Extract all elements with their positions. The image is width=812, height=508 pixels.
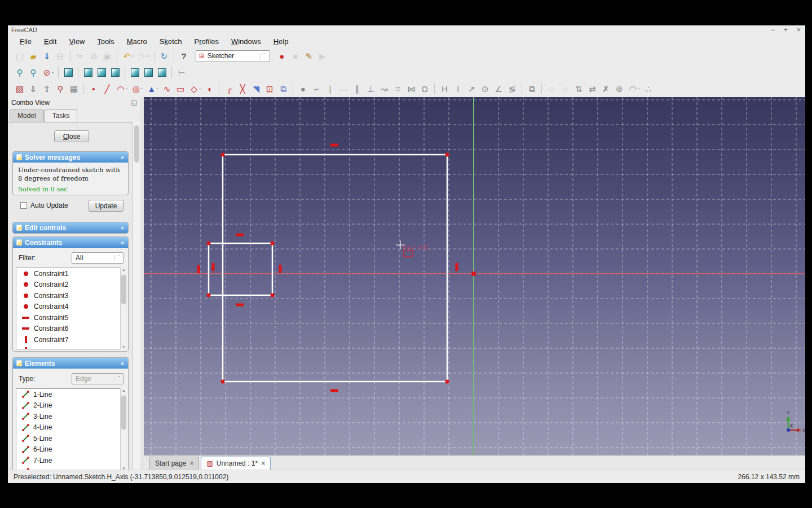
trim-edge-button[interactable]: ╳	[236, 82, 249, 96]
update-button[interactable]: Update	[89, 200, 123, 212]
cut-button[interactable]: ✂	[73, 49, 87, 63]
menu-help[interactable]: Help	[267, 36, 295, 47]
draw-style-dropdown-arrow[interactable]: ˇ	[52, 72, 54, 78]
constrain-perpendicular-button[interactable]: ⊥	[364, 82, 377, 96]
constrain-symmetric-button[interactable]: ⋈	[404, 82, 418, 96]
constrain-parallel-button[interactable]: ∥	[350, 82, 364, 96]
select-associated-constraints-button[interactable]: ⇄	[585, 82, 599, 96]
create-slot-button[interactable]: ◖	[202, 82, 216, 96]
element-type-select[interactable]: Edge ˇ	[72, 373, 123, 384]
origin-point[interactable]	[471, 271, 476, 276]
rendering-order-button[interactable]: ∴	[642, 82, 655, 96]
select-redundant-constraints-button[interactable]: ⇅	[572, 82, 585, 96]
create-conic-dropdown-arrow[interactable]: ˇ	[157, 88, 158, 94]
sketch-canvas[interactable]: (-31.7, 9.0)YXZ	[144, 97, 805, 455]
view-bottom-button[interactable]	[142, 65, 155, 79]
close-tab-icon[interactable]: ×	[261, 459, 265, 467]
element-list-item[interactable]: 2-Line	[16, 400, 126, 411]
external-geometry-button[interactable]: ⊡	[263, 82, 276, 96]
3d-viewport[interactable]: (-31.7, 9.0)YXZ	[144, 97, 805, 455]
connect-edges-dropdown-arrow[interactable]: ˇ	[638, 88, 639, 94]
view-section-button[interactable]: ⚲	[54, 82, 67, 96]
extend-edge-button[interactable]: ◥	[249, 82, 263, 96]
edit-controls-header[interactable]: Edit controls «	[13, 222, 128, 233]
constrain-block-button[interactable]: Ω	[418, 82, 431, 96]
constraint-list-item[interactable]: Constraint7	[16, 334, 126, 345]
collapse-icon[interactable]: «	[120, 226, 126, 229]
minimize-button[interactable]: −	[771, 26, 775, 34]
select-origin-button[interactable]: ⊚	[612, 82, 626, 96]
constrain-distance-button[interactable]: ↗	[465, 82, 478, 96]
macro-record-button[interactable]: ●	[275, 49, 289, 63]
carbon-copy-button[interactable]: ⧉	[276, 82, 290, 96]
constraint-list-item[interactable]	[16, 345, 126, 350]
zoom-box-button[interactable]: ⚲	[27, 65, 40, 79]
constrain-point-on-object-button[interactable]: ⌐	[310, 82, 323, 96]
constrain-snell-button[interactable]: ≶	[505, 82, 519, 96]
element-list-item[interactable]: 1-Line	[16, 389, 126, 400]
constraint-list-item[interactable]: Constraint4	[16, 301, 126, 313]
macro-play-button[interactable]: ▶	[316, 49, 329, 63]
create-sketch-button[interactable]: ▧	[13, 82, 27, 96]
constraint-list-scrollbar[interactable]: ▲ ▼	[120, 268, 127, 349]
constrain-distance-y-button[interactable]: I	[451, 82, 465, 96]
view-top-button[interactable]	[95, 65, 108, 79]
constraint-list-item[interactable]: Constraint3	[16, 290, 126, 301]
select-dof-button[interactable]: ◌	[545, 82, 558, 96]
close-tab-icon[interactable]: ×	[189, 459, 193, 467]
scrollbar-thumb[interactable]	[134, 125, 139, 163]
scrollbar-thumb[interactable]	[121, 275, 126, 304]
outer-rectangle-edges[interactable]	[223, 155, 447, 382]
menu-view[interactable]: View	[63, 36, 91, 47]
close-window-button[interactable]: ×	[797, 26, 801, 34]
view-axonometric-button[interactable]	[61, 65, 75, 79]
macro-edit-button[interactable]: ✎	[302, 49, 316, 63]
element-list-item[interactable]: 4-Line	[16, 422, 126, 433]
open-file-button[interactable]: ▰	[27, 49, 40, 63]
undo-dropdown-arrow[interactable]: ˇ	[132, 55, 134, 62]
menu-sketch[interactable]: Sketch	[153, 36, 188, 47]
collapse-icon[interactable]: «	[120, 361, 126, 365]
element-list-item[interactable]: 3-Line	[16, 411, 126, 422]
element-list-scrollbar[interactable]: ▲ ▼	[120, 388, 127, 470]
constrain-vertical-button[interactable]: |	[323, 82, 337, 96]
constrain-tangent-button[interactable]: ↝	[377, 82, 391, 96]
tab-model[interactable]: Model	[10, 110, 44, 122]
new-file-button[interactable]: ▢	[13, 49, 27, 63]
float-panel-icon[interactable]: ◱	[131, 99, 137, 106]
view-front-button[interactable]	[81, 65, 95, 79]
element-list-item[interactable]: 7-Line	[16, 455, 126, 466]
constraint-list-item[interactable]: Constraint5	[16, 312, 126, 323]
copy-button[interactable]: ⧉	[87, 49, 100, 63]
workbench-selector[interactable]: ⊞Sketcherˇ	[196, 50, 270, 62]
scroll-up-icon[interactable]: ▲	[121, 389, 127, 392]
constrain-coincident-button[interactable]: ●	[296, 82, 310, 96]
collapse-icon[interactable]: «	[120, 240, 126, 244]
create-arc-dropdown-arrow[interactable]: ˇ	[126, 88, 127, 94]
auto-update-checkbox[interactable]	[20, 202, 27, 209]
constraint-list-item[interactable]: Constraint1	[16, 268, 126, 279]
constrain-angle-button[interactable]: ∠	[492, 82, 505, 96]
element-list-item[interactable]: 5-Line	[16, 433, 126, 444]
map-sketch-button[interactable]: ▦	[67, 82, 81, 96]
menu-macro[interactable]: Macro	[121, 36, 153, 47]
panel-scrollbar[interactable]	[133, 122, 140, 470]
delete-all-constraints-button[interactable]: ✗	[599, 82, 612, 96]
scroll-up-icon[interactable]: ▲	[121, 268, 127, 271]
element-list-item[interactable]: 6-Line	[16, 444, 126, 456]
fit-all-button[interactable]: ⚲	[13, 65, 27, 79]
vertex-point[interactable]	[221, 153, 225, 157]
maximize-button[interactable]: +	[784, 26, 788, 34]
vertex-point[interactable]	[207, 294, 211, 297]
menu-profiles[interactable]: Profiles	[188, 36, 225, 47]
view-right-button[interactable]	[108, 65, 122, 79]
macro-stop-button[interactable]: ■	[289, 49, 302, 63]
tab-tasks[interactable]: Tasks	[45, 110, 78, 122]
menu-file[interactable]: File	[14, 36, 38, 47]
vertical-constraint-mark[interactable]	[456, 263, 458, 271]
measure-distance-button[interactable]: ⊢	[175, 65, 188, 79]
vertical-constraint-mark[interactable]	[279, 265, 282, 273]
menu-tools[interactable]: Tools	[91, 36, 120, 47]
constraint-filter-select[interactable]: All ˇ	[72, 252, 123, 264]
document-tab-unnamed-1[interactable]: ▨Unnamed : 1*×	[201, 457, 271, 470]
